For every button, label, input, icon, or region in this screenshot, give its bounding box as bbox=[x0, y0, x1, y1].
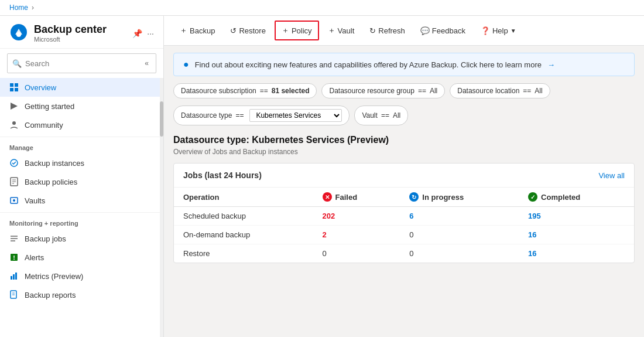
feedback-button[interactable]: 💬 Feedback bbox=[414, 22, 472, 39]
getting-started-icon bbox=[9, 101, 19, 111]
backup-button[interactable]: ＋ Backup bbox=[173, 21, 221, 40]
svg-rect-4 bbox=[10, 88, 13, 91]
policy-button[interactable]: ＋ Policy bbox=[275, 21, 319, 40]
svg-point-14 bbox=[13, 199, 15, 202]
col-failed: ✕ Failed bbox=[313, 188, 400, 207]
backup-reports-label: Backup reports bbox=[25, 291, 76, 299]
location-filter-label: Datasource location bbox=[457, 87, 519, 95]
svg-point-7 bbox=[12, 121, 16, 125]
sidebar-item-community[interactable]: Community bbox=[0, 115, 160, 134]
policy-plus-icon: ＋ bbox=[282, 25, 289, 36]
svg-marker-6 bbox=[11, 103, 18, 110]
backup-reports-icon bbox=[9, 290, 19, 299]
svg-rect-3 bbox=[15, 83, 18, 87]
jobs-card-title: Jobs (last 24 Hours) bbox=[183, 171, 262, 180]
subscription-filter[interactable]: Datasource subscription == 81 selected bbox=[173, 83, 317, 98]
type-filter-op: == bbox=[235, 111, 244, 120]
backup-plus-icon: ＋ bbox=[180, 25, 187, 36]
svg-point-20 bbox=[13, 258, 15, 260]
vault-filter-value: All bbox=[393, 111, 400, 120]
search-icon: 🔍 bbox=[12, 59, 22, 68]
location-filter[interactable]: Datasource location == All bbox=[450, 83, 550, 98]
monitoring-section-label: Monitoring + reporting bbox=[0, 212, 160, 229]
backup-label: Backup bbox=[190, 26, 215, 35]
info-text: Find out about exciting new features and… bbox=[195, 60, 542, 69]
vault-label: Vault bbox=[338, 26, 355, 35]
feedback-label: Feedback bbox=[432, 26, 465, 35]
sidebar-item-overview[interactable]: Overview bbox=[0, 78, 160, 97]
vault-filter[interactable]: Vault == All bbox=[354, 105, 408, 125]
search-input[interactable] bbox=[25, 59, 139, 68]
svg-rect-5 bbox=[15, 88, 18, 91]
sidebar-item-getting-started[interactable]: Getting started bbox=[0, 97, 160, 115]
restore-button[interactable]: ↺ Restore bbox=[224, 22, 272, 39]
cell-operation: Restore bbox=[174, 244, 313, 263]
sidebar-item-alerts[interactable]: Alerts bbox=[0, 248, 160, 267]
jobs-card: Jobs (last 24 Hours) View all Operation … bbox=[173, 163, 635, 263]
breadcrumb-home[interactable]: Home bbox=[9, 4, 28, 12]
feedback-icon: 💬 bbox=[420, 26, 430, 35]
cell-failed: 0 bbox=[313, 244, 400, 263]
info-circle-icon: ● bbox=[183, 59, 189, 70]
cell-failed[interactable]: 202 bbox=[313, 207, 400, 226]
restore-icon: ↺ bbox=[230, 26, 237, 35]
view-all-link[interactable]: View all bbox=[598, 171, 625, 180]
sidebar-item-backup-instances[interactable]: Backup instances bbox=[0, 154, 160, 172]
more-options-icon[interactable]: ··· bbox=[147, 29, 154, 38]
cell-failed[interactable]: 2 bbox=[313, 226, 400, 244]
help-chevron-icon: ▼ bbox=[511, 28, 516, 34]
section-title: Datasource type: Kubernetes Services (Pr… bbox=[173, 135, 635, 145]
metrics-label: Metrics (Preview) bbox=[25, 272, 83, 281]
cell-completed[interactable]: 16 bbox=[519, 226, 634, 244]
type-filter[interactable]: Datasource type == Kubernetes Services A… bbox=[173, 105, 350, 125]
refresh-button[interactable]: ↻ Refresh bbox=[363, 22, 412, 39]
table-row: Restore 0 0 16 bbox=[174, 244, 634, 263]
collapse-sidebar-button[interactable]: « bbox=[142, 57, 151, 70]
backup-policies-icon bbox=[9, 177, 19, 186]
manage-section-label: Manage bbox=[0, 137, 160, 154]
pin-icon[interactable]: 📌 bbox=[132, 29, 142, 38]
vault-button[interactable]: ＋ Vault bbox=[321, 21, 361, 40]
completed-icon: ✓ bbox=[528, 192, 537, 202]
info-banner: ● Find out about exciting new features a… bbox=[173, 53, 635, 76]
help-button[interactable]: ❓ Help ▼ bbox=[474, 22, 523, 39]
section-subtitle: Overview of Jobs and Backup instances bbox=[173, 148, 635, 156]
svg-rect-23 bbox=[15, 273, 17, 280]
subscription-filter-op: == bbox=[260, 87, 268, 95]
sidebar-item-metrics[interactable]: Metrics (Preview) bbox=[0, 267, 160, 285]
info-link[interactable]: → bbox=[547, 60, 555, 69]
in-progress-icon: ↻ bbox=[409, 192, 419, 202]
app-logo bbox=[9, 23, 28, 43]
vault-filter-label: Vault bbox=[362, 111, 377, 120]
cell-in-progress[interactable]: 6 bbox=[400, 207, 519, 226]
col-operation: Operation bbox=[174, 188, 313, 207]
sidebar-item-backup-policies[interactable]: Backup policies bbox=[0, 172, 160, 191]
policy-label: Policy bbox=[292, 26, 312, 35]
backup-instances-label: Backup instances bbox=[25, 159, 84, 168]
sidebar-item-backup-reports[interactable]: Backup reports bbox=[0, 285, 160, 304]
cell-completed[interactable]: 195 bbox=[519, 207, 634, 226]
backup-instances-icon bbox=[9, 158, 19, 168]
breadcrumb-separator: › bbox=[32, 4, 34, 12]
app-subtitle: Microsoft bbox=[34, 36, 126, 43]
svg-rect-22 bbox=[13, 274, 15, 280]
cell-operation: Scheduled backup bbox=[174, 207, 313, 226]
svg-rect-2 bbox=[10, 83, 13, 87]
type-filter-select[interactable]: Kubernetes Services Azure Virtual Machin… bbox=[249, 109, 342, 122]
cell-in-progress: 0 bbox=[400, 244, 519, 263]
community-icon bbox=[9, 120, 19, 130]
cell-completed[interactable]: 16 bbox=[519, 244, 634, 263]
refresh-icon: ↻ bbox=[369, 26, 376, 35]
resource-group-filter[interactable]: Datasource resource group == All bbox=[321, 83, 445, 98]
subscription-filter-value: 81 selected bbox=[272, 87, 310, 95]
help-label: Help bbox=[492, 26, 508, 35]
sidebar-item-backup-jobs[interactable]: Backup jobs bbox=[0, 229, 160, 248]
restore-label: Restore bbox=[239, 26, 266, 35]
app-title: Backup center bbox=[34, 23, 126, 36]
backup-policies-label: Backup policies bbox=[25, 178, 77, 186]
vaults-label: Vaults bbox=[25, 196, 45, 205]
type-filter-label: Datasource type bbox=[181, 111, 232, 120]
cell-in-progress: 0 bbox=[400, 226, 519, 244]
backup-jobs-icon bbox=[9, 234, 19, 243]
sidebar-item-vaults[interactable]: Vaults bbox=[0, 191, 160, 210]
